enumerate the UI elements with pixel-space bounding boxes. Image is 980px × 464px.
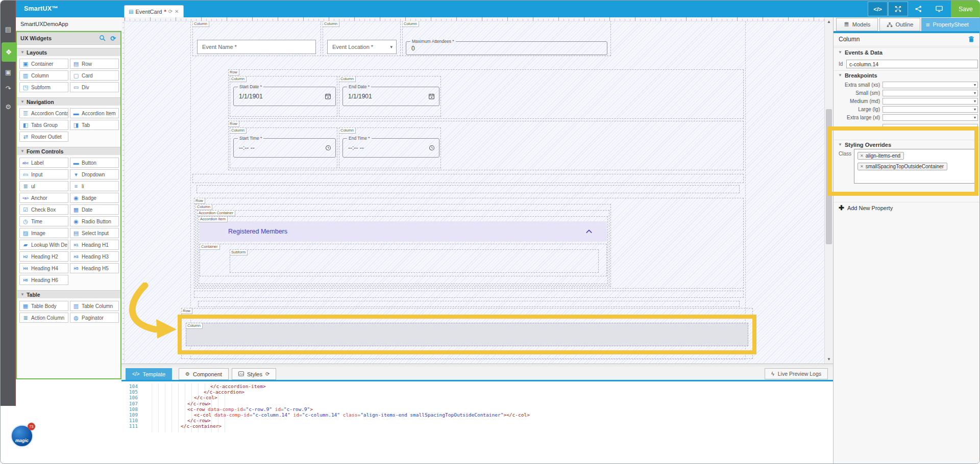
pages-icon[interactable]: ▣ bbox=[1, 66, 16, 79]
end-date-field[interactable]: End Date * 1/1/1901 bbox=[342, 87, 439, 106]
section-form-controls[interactable]: ▼Form Controls bbox=[17, 147, 120, 155]
remove-chip-icon[interactable]: ✕ bbox=[860, 164, 864, 169]
breakpoint-select-extra-small-xs[interactable]: ▾ bbox=[883, 82, 978, 88]
code-editor[interactable]: 104</c-accordion-item>105</c-accordion>1… bbox=[121, 381, 833, 464]
accordion-header[interactable]: Registered Members bbox=[200, 221, 607, 242]
refresh-tab-icon[interactable]: ⟳ bbox=[168, 9, 173, 14]
class-chip-smallspacingtopoutsidecontainer[interactable]: ✕smallSpacingTopOutsideContainer bbox=[857, 163, 947, 170]
clock-icon[interactable] bbox=[325, 145, 331, 151]
event-location-select[interactable]: Event Location * ▾ bbox=[327, 40, 397, 54]
save-button[interactable]: Save bbox=[951, 1, 980, 17]
canvas-scrollbar[interactable]: ▲ ▼ bbox=[824, 17, 833, 364]
tab-styles[interactable]: Styles ⟳ bbox=[232, 368, 276, 380]
widget-item-heading-h6[interactable]: H6Heading H6 bbox=[19, 275, 68, 285]
widget-item-column[interactable]: ▥Column bbox=[19, 70, 68, 81]
widget-item-anchor[interactable]: <a>Anchor bbox=[19, 193, 68, 203]
section-table[interactable]: ▼Table bbox=[17, 290, 120, 298]
widget-item-input[interactable]: ▭Input bbox=[19, 169, 68, 179]
widget-item-row[interactable]: ▤Row bbox=[70, 59, 119, 69]
code-line[interactable]: 110</c-row> bbox=[121, 418, 833, 423]
event-name-input[interactable]: Event Name * bbox=[197, 40, 316, 54]
tab-outline[interactable]: Outline bbox=[879, 18, 920, 31]
add-new-property-button[interactable]: ✚ Add New Property bbox=[834, 202, 980, 213]
widget-item-badge[interactable]: ◉Badge bbox=[70, 193, 119, 203]
widget-item-li[interactable]: ≡li bbox=[70, 181, 119, 191]
share-button[interactable] bbox=[909, 2, 928, 16]
section-events-data[interactable]: ▼ Events & Data bbox=[834, 47, 980, 57]
section-breakpoints[interactable]: ▼ Breakpoints bbox=[834, 70, 980, 80]
scrollbar-thumb[interactable] bbox=[826, 109, 832, 244]
tab-propertysheet[interactable]: ≡ PropertySheet bbox=[921, 18, 980, 31]
class-chip-align-items-end[interactable]: ✕align-items-end bbox=[857, 152, 904, 160]
document-tab-eventcard[interactable]: ▤ EventCard * ⟳ ✕ bbox=[124, 5, 184, 17]
clock-icon[interactable] bbox=[429, 145, 435, 151]
id-input[interactable] bbox=[846, 60, 978, 68]
tab-models[interactable]: Models bbox=[836, 18, 878, 31]
calendar-icon[interactable] bbox=[325, 93, 331, 100]
empty-row[interactable] bbox=[198, 301, 740, 307]
widget-item-heading-h1[interactable]: H1Heading H1 bbox=[70, 240, 119, 250]
selected-column-c-column-14[interactable]: Column bbox=[186, 323, 748, 346]
widget-item-action-column[interactable]: ≣Action Column bbox=[19, 313, 68, 323]
max-attendees-field[interactable]: Maximum Attendees * 0 bbox=[406, 41, 607, 55]
widget-item-table-body[interactable]: ▦Table Body bbox=[19, 301, 68, 311]
widget-item-label[interactable]: abcLabel bbox=[19, 158, 68, 168]
code-line[interactable]: 104</c-accordion-item> bbox=[121, 383, 833, 389]
widget-item-router-outlet[interactable]: ⇄Router Outlet bbox=[19, 132, 68, 142]
search-icon[interactable] bbox=[99, 35, 106, 42]
remove-chip-icon[interactable]: ✕ bbox=[860, 153, 864, 158]
start-date-field[interactable]: Start Date * 1/1/1901 bbox=[233, 87, 336, 106]
widget-item-ul[interactable]: ≣ul bbox=[19, 181, 68, 191]
empty-row[interactable] bbox=[192, 174, 744, 183]
scroll-down-icon[interactable]: ▼ bbox=[825, 357, 833, 362]
widget-item-radio-button[interactable]: ◉Radio Button bbox=[70, 216, 119, 226]
widget-item-div[interactable]: ▭Div bbox=[70, 82, 119, 92]
widget-item-heading-h2[interactable]: H2Heading H2 bbox=[19, 251, 68, 262]
chevron-up-icon[interactable] bbox=[585, 229, 593, 234]
widget-item-tab[interactable]: ◨Tab bbox=[70, 120, 119, 130]
hidden-property-input[interactable] bbox=[883, 124, 978, 131]
breakpoint-select-small-sm[interactable]: ▾ bbox=[883, 90, 978, 96]
expand-view-button[interactable] bbox=[888, 2, 908, 16]
empty-row[interactable] bbox=[194, 291, 744, 298]
settings-gear-icon[interactable]: ⚙ bbox=[1, 100, 16, 114]
widget-item-time[interactable]: ◷Time bbox=[19, 216, 68, 226]
preview-device-button[interactable] bbox=[929, 2, 949, 16]
widget-item-date[interactable]: ▦Date bbox=[70, 204, 119, 215]
code-line[interactable]: 109<c-col data-comp-id="c-column.14" id=… bbox=[121, 412, 833, 418]
widget-item-accordion-conta[interactable]: ☰Accordion Conta... bbox=[19, 108, 68, 118]
code-line[interactable]: 107</c-row> bbox=[121, 401, 833, 406]
widget-item-button[interactable]: ▬Button bbox=[70, 158, 119, 168]
refresh-icon[interactable]: ⟳ bbox=[265, 372, 270, 377]
calendar-icon[interactable] bbox=[428, 93, 435, 100]
tab-component[interactable]: ⚙ Component bbox=[179, 368, 229, 380]
file-icon[interactable]: ▤ bbox=[1, 23, 16, 36]
publish-icon[interactable]: ↷ bbox=[1, 82, 16, 95]
breakpoint-select-large-lg[interactable]: ▾ bbox=[883, 106, 978, 113]
code-line[interactable]: 108<c-row data-comp-id="c-row.9" id="c-r… bbox=[121, 406, 833, 412]
refresh-icon[interactable]: ⟳ bbox=[110, 35, 116, 42]
widget-item-heading-h5[interactable]: H5Heading H5 bbox=[70, 263, 119, 273]
breakpoint-select-extra-large-xl[interactable]: ▾ bbox=[883, 114, 978, 121]
live-preview-logs-button[interactable]: ϟ Live Preview Logs bbox=[765, 368, 828, 379]
close-tab-icon[interactable]: ✕ bbox=[175, 9, 179, 14]
widget-item-subform[interactable]: ◳Subform bbox=[19, 82, 68, 92]
code-line[interactable]: 111</c-container> bbox=[121, 423, 833, 429]
widget-item-heading-h3[interactable]: H3Heading H3 bbox=[70, 251, 119, 262]
delete-element-icon[interactable] bbox=[968, 36, 974, 43]
subform-box[interactable]: Subform bbox=[230, 249, 599, 273]
app-name[interactable]: SmartUXDemoApp bbox=[16, 17, 121, 31]
widget-item-lookup-with-de[interactable]: ▰Lookup With De... bbox=[19, 240, 68, 250]
code-line[interactable]: 105</c-accordion> bbox=[121, 389, 833, 395]
start-time-field[interactable]: Start Time * --:-- -- bbox=[233, 138, 336, 158]
widget-item-accordion-item[interactable]: ▬Accordion Item bbox=[70, 108, 119, 118]
widget-item-select-input[interactable]: ▤Select Input bbox=[70, 228, 119, 238]
code-view-button[interactable]: </> bbox=[868, 2, 888, 16]
section-layouts[interactable]: ▼Layouts bbox=[17, 48, 120, 56]
widget-item-dropdown[interactable]: ▾Dropdown bbox=[70, 169, 119, 179]
code-line[interactable]: 106</c-col> bbox=[121, 395, 833, 400]
widget-item-container[interactable]: ▣Container bbox=[19, 59, 68, 69]
section-navigation[interactable]: ▼Navigation bbox=[17, 97, 120, 106]
empty-row[interactable] bbox=[197, 185, 740, 193]
class-chip-box[interactable]: ✕align-items-end✕smallSpacingTopOutsideC… bbox=[854, 149, 975, 184]
